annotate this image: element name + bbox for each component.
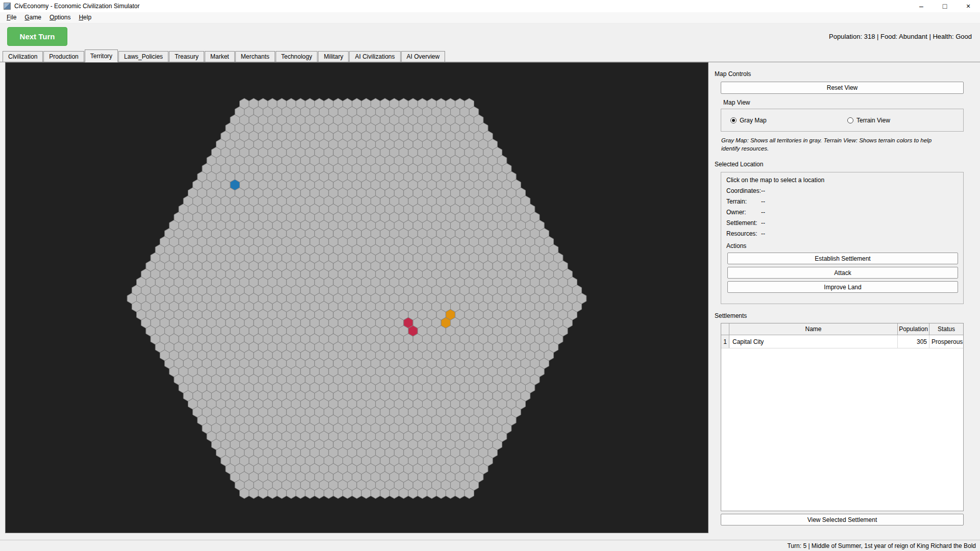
selected-location-box: Click on the map to select a location Co…: [721, 172, 964, 304]
radio-label: Gray Map: [740, 117, 767, 124]
establish-settlement-button[interactable]: Establish Settlement: [727, 253, 958, 264]
side-panel: Map Controls Reset View Map View Gray Ma…: [715, 62, 971, 540]
view-settlement-button[interactable]: View Selected Settlement: [721, 514, 964, 525]
settlement-population: 305: [898, 335, 929, 348]
title-bar: CivEconomy - Economic Civilization Simul…: [0, 0, 980, 12]
menu-bar: FileGameOptionsHelp: [0, 12, 980, 23]
map-view-label: Map View: [723, 99, 971, 106]
toolbar: Next Turn Population: 318 | Food: Abunda…: [0, 23, 980, 49]
status-bar: Turn: 5 | Middle of Summer, 1st year of …: [0, 540, 980, 551]
hex-cell[interactable]: [577, 293, 586, 304]
location-field-resources-: Resources:--: [726, 230, 958, 241]
settlement-status: Prosperous: [929, 335, 963, 348]
menu-help[interactable]: Help: [75, 12, 95, 23]
tab-technology[interactable]: Technology: [276, 51, 318, 62]
location-field-terrain-: Terrain:--: [726, 198, 958, 209]
location-fields: Coordinates:--Terrain:--Owner:--Settleme…: [726, 187, 958, 241]
improve-land-button[interactable]: Improve Land: [727, 281, 958, 293]
menu-options[interactable]: Options: [45, 12, 75, 23]
app-icon: [4, 3, 11, 10]
minimize-icon: –: [919, 2, 923, 10]
window-controls: – □ ×: [910, 0, 980, 12]
tab-production[interactable]: Production: [43, 51, 84, 62]
actions-label: Actions: [726, 242, 958, 253]
radio-terrain-view[interactable]: Terrain View: [847, 117, 890, 124]
settlements-table-header: NamePopulationStatus: [721, 323, 963, 335]
tab-ai-civilizations[interactable]: AI Civilizations: [349, 51, 400, 62]
field-label: Resources:: [726, 230, 761, 241]
tab-treasury[interactable]: Treasury: [169, 51, 204, 62]
location-actions: Establish SettlementAttackImprove Land: [726, 253, 958, 293]
map-view-hint: Gray Map: Shows all territories in gray.…: [721, 137, 948, 153]
field-label: Coordinates:: [726, 187, 761, 198]
row-index: 1: [721, 335, 729, 348]
settlements-title: Settlements: [715, 312, 971, 319]
field-value: --: [761, 230, 765, 241]
settlement-row[interactable]: 1Capital City305Prosperous: [721, 335, 963, 348]
tab-laws-policies[interactable]: Laws_Policies: [118, 51, 168, 62]
hex-map: [6, 63, 708, 533]
tab-ai-overview[interactable]: AI Overview: [401, 51, 446, 62]
field-value: --: [761, 209, 765, 219]
selected-location-title: Selected Location: [715, 161, 971, 168]
tab-merchants[interactable]: Merchants: [235, 51, 275, 62]
close-icon: ×: [966, 2, 970, 10]
radio-gray-map[interactable]: Gray Map: [730, 117, 767, 124]
window-title: CivEconomy - Economic Civilization Simul…: [14, 3, 139, 10]
tab-market[interactable]: Market: [205, 51, 235, 62]
location-field-settlement-: Settlement:--: [726, 219, 958, 230]
tab-military[interactable]: Military: [318, 51, 349, 62]
reset-view-button[interactable]: Reset View: [721, 82, 964, 94]
field-label: Terrain:: [726, 198, 761, 209]
field-label: Settlement:: [726, 219, 761, 230]
menu-file[interactable]: File: [3, 12, 20, 23]
next-turn-button[interactable]: Next Turn: [7, 27, 67, 46]
column-header-gutter: [721, 323, 729, 335]
field-label: Owner:: [726, 209, 761, 219]
attack-button[interactable]: Attack: [727, 267, 958, 279]
column-header-status: Status: [929, 323, 963, 335]
tab-civilization[interactable]: Civilization: [3, 51, 43, 62]
radio-icon: [730, 117, 737, 123]
radio-icon: [847, 117, 853, 123]
settlements-table: NamePopulationStatus 1Capital City305Pro…: [721, 323, 964, 511]
field-value: --: [761, 187, 765, 198]
tab-territory[interactable]: Territory: [85, 49, 118, 62]
tab-bar: CivilizationProductionTerritoryLaws_Poli…: [0, 49, 980, 62]
location-instruction: Click on the map to select a location: [726, 177, 958, 184]
map-controls-title: Map Controls: [715, 70, 971, 78]
resource-summary: Population: 318 | Food: Abundant | Healt…: [829, 33, 972, 40]
field-value: --: [761, 198, 765, 209]
column-header-name: Name: [729, 323, 898, 335]
minimize-button[interactable]: –: [910, 0, 933, 12]
status-text: Turn: 5 | Middle of Summer, 1st year of …: [787, 542, 976, 549]
settlement-name: Capital City: [729, 335, 898, 348]
menu-game[interactable]: Game: [20, 12, 45, 23]
maximize-button[interactable]: □: [933, 0, 957, 12]
radio-label: Terrain View: [856, 117, 890, 124]
column-header-population: Population: [898, 323, 929, 335]
map-view-group: Gray MapTerrain View: [721, 109, 964, 132]
location-field-coordinates-: Coordinates:--: [726, 187, 958, 198]
settlements-table-body: 1Capital City305Prosperous: [721, 335, 963, 348]
main-content: Map Controls Reset View Map View Gray Ma…: [0, 62, 980, 540]
maximize-icon: □: [943, 2, 947, 10]
location-field-owner-: Owner:--: [726, 209, 958, 219]
map-viewport[interactable]: [5, 62, 708, 533]
field-value: --: [761, 219, 765, 230]
app-window: CivEconomy - Economic Civilization Simul…: [0, 0, 980, 551]
close-button[interactable]: ×: [957, 0, 980, 12]
